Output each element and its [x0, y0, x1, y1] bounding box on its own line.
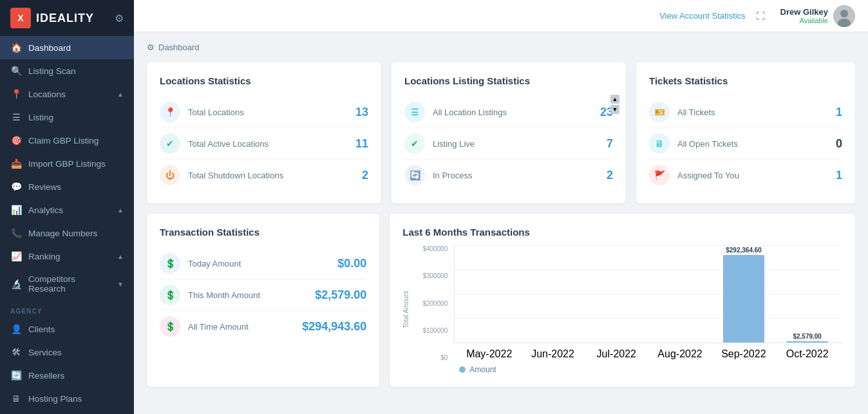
chevron-down-icon: ▲	[117, 91, 124, 98]
services-icon: 🛠	[10, 347, 22, 357]
total-locations-icon: 📍	[160, 102, 180, 122]
app-name: IDEALITY	[36, 12, 94, 25]
stat-row-listing-live: ✔ Listing Live 7	[404, 128, 613, 160]
sidebar-item-listing[interactable]: ☰ Listing	[0, 106, 134, 129]
sidebar-item-analytics[interactable]: 📊 Analytics ▲	[0, 198, 134, 221]
page-content: ⚙ Dashboard Locations Statistics 📍 Total…	[134, 32, 868, 414]
stat-value-alltime-amount: $294,943.60	[302, 320, 366, 334]
y-label-100k: $100000	[422, 327, 448, 334]
settings-icon[interactable]: ⚙	[115, 12, 124, 24]
stat-label: Assigned To You	[677, 171, 828, 180]
tickets-stats-title: Tickets Statistics	[649, 75, 842, 86]
stat-label: In Process	[433, 171, 599, 180]
sidebar-item-label: Competitors Research	[28, 274, 111, 294]
sidebar: X IDEALITY ⚙ 🏠 Dashboard 🔍 Listing Scan …	[0, 0, 134, 414]
stat-row-month-amount: 💲 This Month Amount $2,579.00	[160, 279, 366, 311]
sidebar-item-listing-scan[interactable]: 🔍 Listing Scan	[0, 59, 134, 82]
sidebar-item-claim-gbp[interactable]: 🎯 Claim GBP Listing	[0, 129, 134, 152]
chevron-down-icon: ▼	[117, 281, 124, 288]
locations-icon: 📍	[10, 89, 22, 99]
listing-scan-icon: 🔍	[10, 66, 22, 76]
sidebar-item-dashboard[interactable]: 🏠 Dashboard	[0, 36, 134, 59]
y-label-300k: $300000	[422, 272, 448, 279]
legend-dot	[459, 366, 466, 373]
open-tickets-icon: 🖥	[649, 133, 670, 154]
listing-stats-title: Locations Listing Statistics	[404, 75, 613, 86]
transaction-stats-title: Transaction Statistics	[160, 227, 366, 238]
stat-label: Today Amount	[188, 259, 330, 268]
stat-label: Total Active Locations	[188, 139, 348, 149]
chart-title: Last 6 Months Transactions	[402, 227, 842, 238]
svg-point-1	[840, 10, 848, 17]
sidebar-item-label: Listing	[28, 113, 124, 122]
x-label-sep: Sep-2022	[713, 346, 773, 360]
stat-label: Listing Live	[433, 139, 599, 149]
breadcrumb: ⚙ Dashboard	[147, 42, 855, 52]
breadcrumb-icon: ⚙	[147, 42, 155, 52]
stat-value-month-amount: $2,579.00	[315, 288, 366, 302]
user-info: Drew Gilkey Available	[780, 7, 828, 24]
dashboard-icon: 🏠	[10, 42, 22, 53]
all-tickets-icon: 🎫	[649, 102, 670, 122]
stat-value-shutdown-locations: 2	[362, 169, 368, 182]
scroll-down-btn[interactable]: ▼	[610, 105, 619, 114]
expand-icon[interactable]: ⛶	[756, 11, 765, 21]
chart-card: Last 6 Months Transactions Total Amount …	[390, 214, 855, 387]
sidebar-item-label: Hosting Plans	[28, 394, 124, 404]
reviews-icon: 💬	[10, 182, 22, 192]
y-label-0: $0	[440, 354, 448, 361]
grid-line	[455, 245, 842, 246]
sidebar-item-label: Reviews	[28, 182, 124, 192]
bar-oct: $2,579.00	[777, 333, 837, 343]
sidebar-item-manage-numbers[interactable]: 📞 Manage Numbers	[0, 221, 134, 245]
sidebar-item-label: Locations	[28, 89, 111, 99]
transaction-stats-card: Transaction Statistics 💲 Today Amount $0…	[147, 214, 379, 387]
user-status: Available	[780, 17, 828, 24]
in-process-icon: 🔄	[404, 165, 425, 185]
sidebar-item-clients[interactable]: 👤 Clients	[0, 317, 134, 341]
sidebar-item-import-gbp[interactable]: 📥 Import GBP Listings	[0, 152, 134, 175]
alltime-amount-icon: 💲	[160, 316, 180, 337]
stat-value-assigned-tickets: 1	[836, 169, 842, 182]
avatar[interactable]	[833, 5, 855, 27]
sidebar-item-reviews[interactable]: 💬 Reviews	[0, 175, 134, 198]
stat-value-active-locations: 11	[355, 137, 368, 151]
sidebar-item-agency-packages[interactable]: 📦 Agency Packages	[0, 410, 134, 414]
logo-icon: X	[10, 8, 31, 28]
x-label-aug: Aug-2022	[650, 346, 710, 360]
stat-row-active-locations: ✔ Total Active Locations 11	[160, 128, 368, 160]
stat-row-all-listings: ☰ All Location Listings 23	[404, 97, 613, 128]
sidebar-item-services[interactable]: 🛠 Services	[0, 341, 134, 364]
sidebar-item-resellers[interactable]: 🔄 Resellers	[0, 364, 134, 387]
today-amount-icon: 💲	[160, 253, 180, 274]
locations-stats-title: Locations Statistics	[160, 75, 368, 86]
stat-label: All Location Listings	[433, 108, 592, 117]
listing-stats-card: Locations Listing Statistics ▲ ▼ ☰ All L…	[392, 62, 626, 203]
stat-value-all-tickets: 1	[836, 106, 842, 119]
sidebar-item-label: Claim GBP Listing	[28, 136, 124, 146]
scroll-up-btn[interactable]: ▲	[610, 95, 619, 104]
sidebar-item-competitors[interactable]: 🔬 Competitors Research ▼	[0, 268, 134, 300]
tickets-stats-card: Tickets Statistics 🎫 All Tickets 1 🖥 All…	[636, 62, 855, 203]
stat-value-in-process: 2	[607, 169, 613, 182]
manage-numbers-icon: 📞	[10, 228, 22, 238]
sidebar-item-hosting-plans[interactable]: 🖥 Hosting Plans	[0, 387, 134, 410]
all-listings-icon: ☰	[404, 102, 425, 122]
shutdown-locations-icon: ⏻	[160, 165, 180, 185]
bottom-grid: Transaction Statistics 💲 Today Amount $0…	[147, 214, 855, 387]
user-name: Drew Gilkey	[780, 7, 828, 17]
x-label-jul: Jul-2022	[587, 346, 646, 360]
logo-letter: X	[17, 13, 23, 23]
resellers-icon: 🔄	[10, 370, 22, 381]
sidebar-item-locations[interactable]: 📍 Locations ▲	[0, 82, 134, 106]
import-gbp-icon: 📥	[10, 158, 22, 169]
sidebar-item-ranking[interactable]: 📈 Ranking ▲	[0, 245, 134, 268]
listing-live-icon: ✔	[404, 133, 425, 154]
user-menu[interactable]: Drew Gilkey Available	[780, 5, 855, 27]
stat-label: Total Shutdown Locations	[188, 171, 354, 180]
stat-row-assigned-tickets: 🚩 Assigned To You 1	[649, 160, 842, 191]
stat-value-total-locations: 13	[355, 106, 368, 119]
y-label-200k: $200000	[422, 300, 448, 307]
legend-label: Amount	[469, 365, 496, 374]
view-account-statistics-link[interactable]: View Account Statistics	[659, 11, 745, 21]
